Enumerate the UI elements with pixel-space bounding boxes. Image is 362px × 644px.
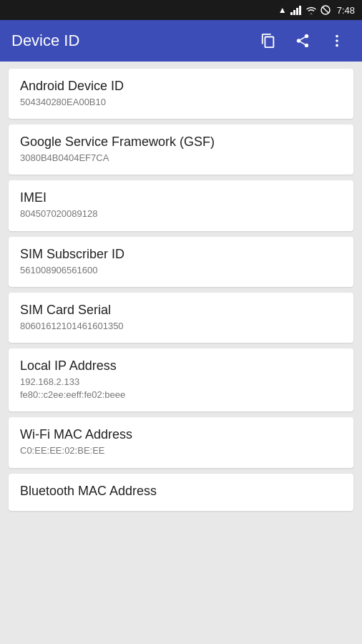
signal-icon [290, 5, 302, 15]
share-icon [295, 33, 310, 49]
copy-button[interactable] [255, 27, 282, 54]
svg-point-8 [336, 44, 338, 47]
app-bar-actions [255, 27, 351, 54]
more-options-button[interactable] [323, 27, 351, 54]
app-bar: Device ID [0, 20, 362, 62]
card-value-5-1: fe80::c2ee:eeff:fe02:beee [20, 389, 342, 401]
svg-rect-2 [296, 8, 298, 15]
svg-rect-1 [293, 10, 295, 15]
card-5[interactable]: Local IP Address192.168.2.133fe80::c2ee:… [9, 348, 353, 411]
card-4[interactable]: SIM Card Serial80601612101461601350 [9, 293, 353, 343]
card-title-6: Wi-Fi MAC Address [20, 427, 342, 442]
status-bar: ▲ 7:48 [0, 0, 362, 20]
card-1[interactable]: Google Service Framework (GSF)3080B4B040… [9, 125, 353, 175]
svg-rect-0 [290, 12, 293, 15]
card-6[interactable]: Wi-Fi MAC AddressC0:EE:EE:02:BE:EE [9, 417, 353, 467]
sync-icon [321, 5, 331, 15]
card-7[interactable]: Bluetooth MAC Address [9, 474, 353, 511]
card-value-5-0: 192.168.2.133 [20, 376, 342, 389]
status-icons: ▲ 7:48 [278, 5, 355, 16]
card-3[interactable]: SIM Subscriber ID561008906561600 [9, 237, 353, 287]
svg-point-6 [336, 35, 338, 38]
card-value-4-0: 80601612101461601350 [20, 320, 342, 333]
wifi-icon [305, 6, 317, 15]
card-title-3: SIM Subscriber ID [20, 247, 342, 262]
status-time: 7:48 [337, 5, 355, 16]
card-value-0-0: 504340280EA00B10 [20, 96, 342, 109]
more-options-icon [329, 33, 345, 49]
copy-icon [260, 33, 276, 49]
card-2[interactable]: IMEI804507020089128 [9, 180, 353, 230]
share-button[interactable] [289, 27, 316, 54]
card-value-1-0: 3080B4B0404EF7CA [20, 152, 342, 165]
card-title-5: Local IP Address [20, 358, 342, 374]
card-title-7: Bluetooth MAC Address [20, 484, 342, 499]
card-title-4: SIM Card Serial [20, 303, 342, 318]
card-value-6-0: C0:EE:EE:02:BE:EE [20, 444, 342, 457]
card-value-2-0: 804507020089128 [20, 208, 342, 220]
app-title: Device ID [11, 31, 255, 50]
svg-rect-3 [299, 6, 301, 15]
alarm-icon: ▲ [278, 5, 287, 15]
svg-line-5 [323, 7, 328, 13]
content-area: Android Device ID504340280EA00B10Google … [0, 62, 362, 518]
card-title-2: IMEI [20, 190, 342, 205]
svg-point-7 [336, 39, 338, 42]
card-0[interactable]: Android Device ID504340280EA00B10 [9, 69, 353, 119]
card-title-0: Android Device ID [20, 79, 342, 94]
card-value-3-0: 561008906561600 [20, 264, 342, 277]
card-title-1: Google Service Framework (GSF) [20, 135, 342, 150]
